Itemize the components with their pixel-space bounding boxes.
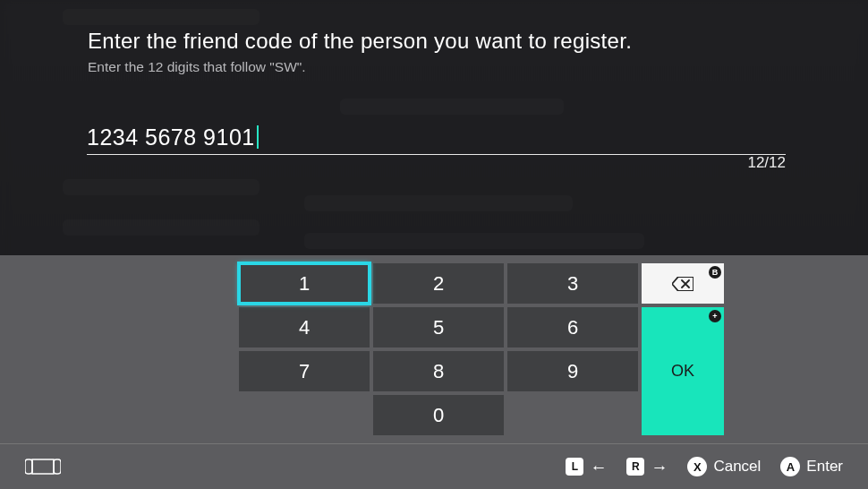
hint-enter[interactable]: A Enter — [780, 457, 843, 476]
key-6[interactable]: 6 — [507, 307, 638, 347]
bottom-hint-bar: L ← R → X Cancel A Enter — [0, 443, 868, 489]
page-title: Enter the friend code of the person you … — [88, 29, 832, 54]
key-4[interactable]: 4 — [239, 307, 370, 347]
badge-b-icon: B — [709, 266, 721, 279]
friend-code-input[interactable]: 1234 5678 9101 12/12 — [87, 122, 786, 155]
key-2[interactable]: 2 — [373, 263, 504, 304]
key-0[interactable]: 0 — [373, 395, 504, 435]
char-counter: 12/12 — [747, 154, 786, 172]
svg-rect-2 — [54, 459, 61, 474]
hint-r-right: R → — [626, 458, 668, 476]
l-button-icon: L — [566, 458, 583, 476]
a-button-icon: A — [780, 457, 800, 476]
hint-l-left: L ← — [566, 458, 607, 476]
key-5[interactable]: 5 — [373, 307, 504, 347]
cancel-label: Cancel — [713, 458, 761, 476]
svg-rect-1 — [32, 459, 54, 474]
key-9[interactable]: 9 — [507, 351, 638, 391]
key-8[interactable]: 8 — [373, 351, 504, 391]
key-3[interactable]: 3 — [507, 263, 638, 304]
arrow-left-icon: ← — [590, 459, 607, 476]
key-ok[interactable]: OK + — [642, 307, 724, 435]
badge-plus-icon: + — [709, 310, 721, 322]
controller-icon — [25, 458, 61, 476]
numeric-keypad: 1 2 3 B 4 5 6 OK + 7 8 9 0 — [239, 263, 724, 435]
hint-cancel[interactable]: X Cancel — [687, 457, 761, 476]
key-backspace[interactable]: B — [642, 263, 724, 304]
text-caret — [257, 125, 259, 149]
backspace-icon — [672, 277, 694, 291]
x-button-icon: X — [687, 457, 707, 476]
ok-label: OK — [671, 362, 694, 381]
friend-code-value: 1234 5678 9101 — [87, 124, 255, 150]
enter-label: Enter — [806, 458, 843, 476]
r-button-icon: R — [626, 458, 644, 476]
key-7[interactable]: 7 — [239, 351, 370, 391]
svg-rect-0 — [25, 459, 32, 474]
key-1[interactable]: 1 — [239, 263, 370, 304]
arrow-right-icon: → — [651, 459, 668, 476]
page-subtitle: Enter the 12 digits that follow "SW". — [88, 59, 832, 75]
